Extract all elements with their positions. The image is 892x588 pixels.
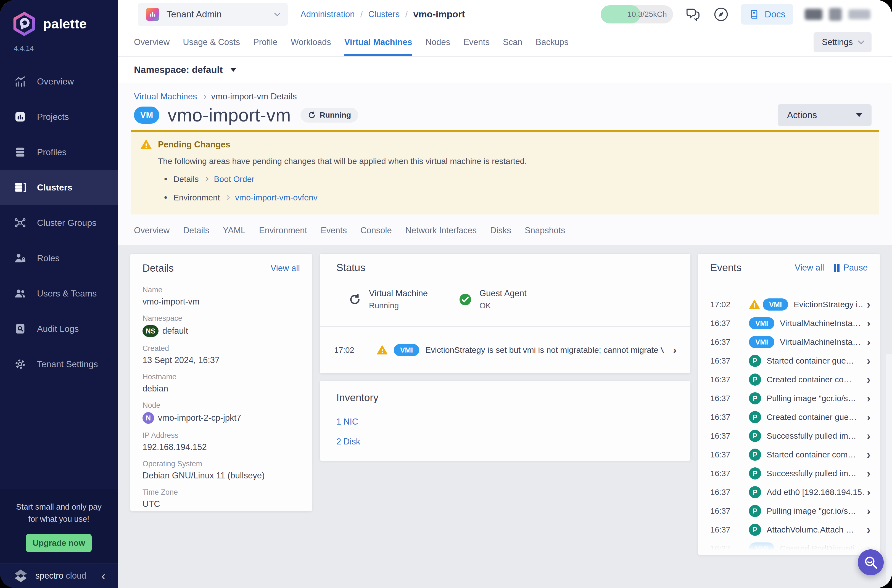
status-event-row[interactable]: 17:02 VMI EvictionStrategy is set but vm… — [320, 327, 691, 373]
subtab-snapshots[interactable]: Snapshots — [525, 225, 565, 236]
caret-down-icon[interactable] — [230, 68, 236, 72]
breadcrumb-administration[interactable]: Administration — [300, 9, 354, 20]
event-row[interactable]: 16:37PStarted container com…› — [698, 445, 880, 464]
chevron-right-icon[interactable]: › — [673, 345, 677, 356]
event-row[interactable]: 16:37VMIVirtualMachineInsta…› — [698, 333, 880, 351]
sidebar-item-users-teams[interactable]: Users & Teams — [0, 276, 118, 311]
field-label: IP Address — [143, 431, 300, 440]
event-row[interactable]: 16:37PPulling image "gcr.io/s…› — [698, 502, 880, 520]
scrollbar[interactable] — [886, 354, 892, 588]
sidebar-item-tenant-settings[interactable]: Tenant Settings — [0, 346, 118, 382]
pending-description: The following areas have pending changes… — [158, 156, 868, 166]
chevron-right-icon[interactable]: › — [867, 506, 871, 516]
events-view-all-link[interactable]: View all — [795, 263, 824, 273]
status-card: Status Virtual MachineRunningGuest Agent… — [320, 254, 691, 373]
subtab-disks[interactable]: Disks — [490, 225, 511, 236]
field-value: vmo-import-vm — [143, 297, 300, 307]
event-row[interactable]: 16:37PStarted container gue…› — [698, 351, 880, 370]
breadcrumb-clusters[interactable]: Clusters — [368, 9, 400, 20]
chevron-right-icon[interactable]: › — [867, 336, 871, 348]
event-row[interactable]: 16:37PAdd eth0 [192.168.194.15…› — [698, 483, 880, 502]
breadcrumb-virtual-machines[interactable]: Virtual Machines — [134, 92, 197, 102]
pending-link-boot-order[interactable]: Boot Order — [214, 174, 255, 184]
inventory-link-1-nic[interactable]: 1 NIC — [336, 417, 674, 427]
tab-events[interactable]: Events — [463, 28, 490, 56]
event-row[interactable]: 16:37PAttachVolume.Attach …› — [698, 520, 880, 539]
vmi-badge: VMI — [749, 317, 774, 329]
chevron-right-icon[interactable]: › — [867, 299, 871, 310]
field-label: Hostname — [143, 373, 300, 381]
palette-logo-icon — [13, 12, 36, 36]
inventory-card-title: Inventory — [336, 392, 378, 404]
tab-virtual-machines[interactable]: Virtual Machines — [344, 28, 412, 56]
subtab-overview[interactable]: Overview — [134, 225, 170, 236]
sidebar-item-overview[interactable]: Overview — [0, 64, 118, 99]
tab-workloads[interactable]: Workloads — [291, 28, 331, 56]
field-value-text: 13 Sept 2024, 16:37 — [143, 355, 219, 365]
status-state: OK — [479, 301, 527, 310]
roles-icon — [14, 252, 27, 264]
upgrade-now-button[interactable]: Upgrade now — [26, 534, 92, 552]
chevron-right-icon[interactable]: › — [867, 524, 871, 535]
chevron-right-icon[interactable]: › — [867, 412, 871, 423]
details-view-all-link[interactable]: View all — [270, 263, 300, 273]
check-circle-icon — [459, 293, 472, 306]
collapse-sidebar-icon[interactable]: ‹ — [101, 570, 105, 582]
settings-button[interactable]: Settings — [814, 32, 872, 52]
breadcrumb-vmo-import: vmo-import — [413, 9, 465, 20]
chevron-right-icon[interactable]: › — [867, 449, 871, 460]
event-icons: VMI — [749, 317, 774, 329]
inventory-link-2-disk[interactable]: 2 Disk — [336, 437, 674, 447]
tab-usage-costs[interactable]: Usage & Costs — [183, 28, 240, 56]
tab-profile[interactable]: Profile — [253, 28, 278, 56]
bullet: • — [164, 174, 167, 184]
event-row[interactable]: 16:37PCreated container co…› — [698, 370, 880, 389]
sidebar-item-audit-logs[interactable]: Audit Logs — [0, 311, 118, 346]
sidebar-item-roles[interactable]: Roles — [0, 240, 118, 276]
subtab-events[interactable]: Events — [321, 225, 347, 236]
tenant-scope-selector[interactable]: Tenant Admin — [138, 3, 288, 26]
tab-overview[interactable]: Overview — [134, 28, 170, 56]
event-row[interactable]: 16:37VMIVirtualMachineInsta…› — [698, 314, 880, 333]
sidebar-item-clusters[interactable]: Clusters — [0, 170, 118, 205]
subtab-console[interactable]: Console — [360, 225, 392, 236]
chevron-right-icon[interactable]: › — [867, 393, 871, 404]
tab-backups[interactable]: Backups — [536, 28, 569, 56]
event-row[interactable]: 16:37PSuccessfully pulled im…› — [698, 464, 880, 483]
status-name: Virtual Machine — [369, 288, 428, 298]
chevron-right-icon[interactable]: › — [867, 355, 871, 366]
breadcrumb-current: vmo-import-vm Details — [211, 92, 297, 102]
chevron-right-icon[interactable]: › — [867, 374, 871, 385]
chat-icon[interactable] — [685, 6, 701, 22]
compass-icon[interactable] — [713, 6, 729, 22]
event-row[interactable]: 16:37PSuccessfully pulled im…› — [698, 426, 880, 445]
search-fab-button[interactable] — [858, 549, 884, 575]
chevron-right-icon[interactable]: › — [867, 430, 871, 441]
event-message: VirtualMachineInsta… — [780, 319, 863, 328]
event-row[interactable]: 17:02VMIEvictionStrategy i…› — [698, 295, 880, 314]
event-row[interactable]: 16:37PPulling image "gcr.io/s…› — [698, 389, 880, 408]
chevron-right-icon[interactable]: › — [867, 318, 871, 329]
actions-button[interactable]: Actions — [778, 104, 872, 126]
subtab-yaml[interactable]: YAML — [223, 225, 246, 236]
docs-button[interactable]: Docs — [741, 4, 793, 25]
event-row[interactable]: 16:37PCreated container gue…› — [698, 408, 880, 426]
subtab-details[interactable]: Details — [183, 225, 209, 236]
pod-badge: P — [749, 524, 761, 536]
chevron-right-icon[interactable]: › — [867, 468, 871, 479]
chevron-right-icon[interactable]: › — [867, 487, 871, 498]
sidebar-item-cluster-groups[interactable]: Cluster Groups — [0, 205, 118, 240]
subtab-environment[interactable]: Environment — [259, 225, 307, 236]
sidebar-item-projects[interactable]: Projects — [0, 99, 118, 135]
chevron-right-icon — [225, 195, 230, 200]
namespace-selector[interactable]: Namespace: default — [134, 64, 222, 75]
tab-scan[interactable]: Scan — [503, 28, 523, 56]
warning-icon — [749, 299, 760, 310]
sidebar-item-profiles[interactable]: Profiles — [0, 135, 118, 170]
tab-nodes[interactable]: Nodes — [426, 28, 451, 56]
detail-field-node: NodeNvmo-import-2-cp-jpkt7 — [143, 401, 300, 424]
subtab-network-interfaces[interactable]: Network Interfaces — [405, 225, 477, 236]
field-label: Time Zone — [143, 488, 300, 496]
pause-button[interactable]: Pause — [834, 263, 868, 273]
pending-link-vmo-import-vm-ovfenv[interactable]: vmo-import-vm-ovfenv — [235, 193, 317, 202]
